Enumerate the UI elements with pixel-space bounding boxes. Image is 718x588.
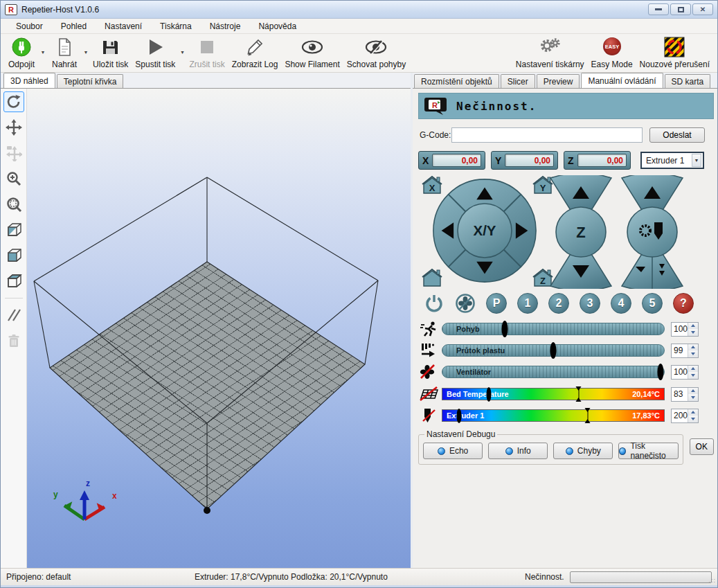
menu-soubor[interactable]: Soubor [8, 20, 51, 33]
preset-5-button[interactable]: 5 [642, 293, 663, 314]
tab-sd-card[interactable]: SD karta [665, 74, 711, 88]
errors-toggle[interactable]: Chyby [553, 443, 613, 459]
echo-toggle[interactable]: Echo [423, 443, 483, 459]
fan-slider-thumb[interactable] [658, 364, 664, 380]
start-print-button[interactable]: Spustit tisk [132, 35, 179, 70]
emergency-stop-button[interactable]: Nouzové přerušení [636, 35, 713, 70]
menu-pohled[interactable]: Pohled [53, 20, 95, 33]
top-view-button[interactable] [3, 271, 24, 292]
easy-mode-button[interactable]: EASY Easy Mode [588, 35, 636, 70]
spin-down-icon[interactable] [688, 329, 698, 336]
rotate-view-button[interactable] [3, 91, 24, 112]
3d-viewport[interactable]: y z x [27, 89, 411, 568]
show-log-button[interactable]: Zobrazit Log [228, 35, 282, 70]
jog-controls: X Y Z [413, 172, 717, 292]
printer-settings-button[interactable]: Nastavení tiskárny [512, 35, 588, 70]
menu-nastaveni[interactable]: Nastavení [96, 20, 150, 33]
spin-down-icon[interactable] [688, 416, 698, 422]
close-button[interactable]: ✕ [692, 3, 713, 15]
dry-run-toggle[interactable]: Tisk nanečisto [618, 443, 678, 459]
fit-view-button[interactable] [3, 194, 24, 215]
preset-3-button[interactable]: 3 [580, 293, 600, 314]
front-view-button[interactable] [3, 245, 24, 266]
menu-tiskarna[interactable]: Tiskárna [152, 20, 200, 33]
xy-jog-pad[interactable]: X/Y [431, 177, 539, 285]
resize-grip[interactable]: .:: [708, 577, 716, 584]
preset-4-button[interactable]: 4 [611, 293, 631, 314]
speed-slider-thumb[interactable] [501, 321, 508, 337]
repetier-bubble-icon: R [424, 96, 449, 116]
parallel-projection-button[interactable] [3, 305, 24, 326]
extruder-jog-control[interactable] [619, 175, 685, 289]
tab-slicer[interactable]: Slicer [501, 74, 535, 88]
save-print-button[interactable]: Uložit tisk [89, 35, 132, 70]
info-toggle[interactable]: Info [488, 443, 548, 459]
extruder-select[interactable]: Extruder 1 ▼ [640, 152, 704, 169]
printer-status-text: Nečinnost. [456, 100, 537, 113]
flow-spinner[interactable]: 99 [671, 344, 699, 358]
fan-toggle-button[interactable] [455, 293, 476, 314]
minimize-button[interactable] [648, 3, 669, 15]
extruder-temp-target-marker[interactable] [583, 408, 592, 423]
tab-object-placement[interactable]: Rozmístění objektů [414, 74, 499, 88]
preset-1-button[interactable]: 1 [517, 293, 538, 314]
flow-slider-thumb[interactable] [550, 342, 557, 359]
fan-slider[interactable]: Ventilátor [442, 366, 665, 378]
svg-text:Y: Y [540, 183, 546, 193]
extruder-temp-spinner[interactable]: 200 [671, 409, 699, 423]
move-view-button[interactable] [3, 117, 24, 138]
fan-slider-label: Ventilátor [456, 368, 491, 376]
flow-slider[interactable]: Průtok plastu [442, 344, 665, 357]
tab-manual-control[interactable]: Manuální ovládání [581, 73, 663, 88]
close-icon: ✕ [700, 6, 706, 13]
spin-up-icon[interactable] [688, 344, 698, 351]
menu-nastroje[interactable]: Nástroje [201, 20, 249, 33]
menu-napoveda[interactable]: Nápověda [250, 20, 305, 33]
bed-temp-spinner[interactable]: 83 [671, 387, 699, 402]
start-print-dropdown[interactable]: ▼ [179, 35, 186, 70]
gcode-row: G-Code: Odeslat [420, 127, 714, 143]
preset-2-button[interactable]: 2 [548, 293, 569, 314]
speed-spinner[interactable]: 100 [671, 322, 699, 337]
help-button[interactable]: ? [673, 293, 694, 314]
z-jog-control[interactable]: Z [548, 175, 614, 289]
maximize-button[interactable] [670, 3, 691, 15]
bed-temp-current: 20,14°C [632, 390, 660, 398]
connect-button[interactable]: Odpojit [3, 35, 39, 70]
zoom-view-button[interactable] [3, 168, 24, 189]
tab-preview[interactable]: Preview [537, 74, 580, 88]
hide-travel-button[interactable]: Schovat pohyby [343, 35, 409, 70]
park-button[interactable]: P [486, 293, 507, 314]
easy-mode-label: Easy Mode [591, 60, 633, 69]
fan-spinner[interactable]: 100 [671, 365, 699, 380]
bed-temp-bar[interactable]: Bed Temperature 20,14°C [442, 388, 665, 400]
tab-3d-view[interactable]: 3D náhled [3, 73, 55, 88]
load-dropdown[interactable]: ▼ [82, 35, 89, 70]
connect-dropdown[interactable]: ▼ [39, 35, 46, 70]
spin-up-icon[interactable] [688, 366, 698, 373]
gcode-input[interactable] [451, 127, 643, 143]
start-print-label: Spustit tisk [135, 60, 175, 69]
send-gcode-button[interactable]: Odeslat [649, 127, 705, 143]
spin-up-icon[interactable] [688, 323, 698, 330]
spin-down-icon[interactable] [688, 350, 698, 357]
show-filament-button[interactable]: Show Filament [281, 35, 343, 70]
move-object-icon [6, 145, 22, 161]
bed-temp-target-marker[interactable] [574, 386, 583, 402]
load-button[interactable]: Nahrát [46, 35, 82, 70]
spin-up-icon[interactable] [688, 388, 698, 395]
led-icon [438, 447, 445, 455]
tab-temperature-curve[interactable]: Teplotní křivka [57, 74, 124, 88]
iso-view-button[interactable] [3, 220, 24, 240]
cancel-print-button: Zrušit tisk [186, 35, 228, 70]
spin-down-icon[interactable] [688, 372, 698, 379]
ok-button[interactable]: OK [690, 438, 715, 455]
spin-down-icon[interactable] [688, 394, 698, 401]
extruder-temp-bar[interactable]: Extruder 1 17,83°C [442, 409, 665, 422]
bed-temp-label: Bed Temperature [447, 390, 509, 398]
printer-state: Nečinnost. [517, 572, 564, 582]
power-button[interactable] [424, 293, 445, 314]
main-toolbar: Odpojit ▼ Nahrát ▼ Uložit tisk [1, 34, 717, 73]
speed-slider[interactable]: Pohyb [442, 323, 665, 335]
spin-up-icon[interactable] [688, 409, 698, 416]
